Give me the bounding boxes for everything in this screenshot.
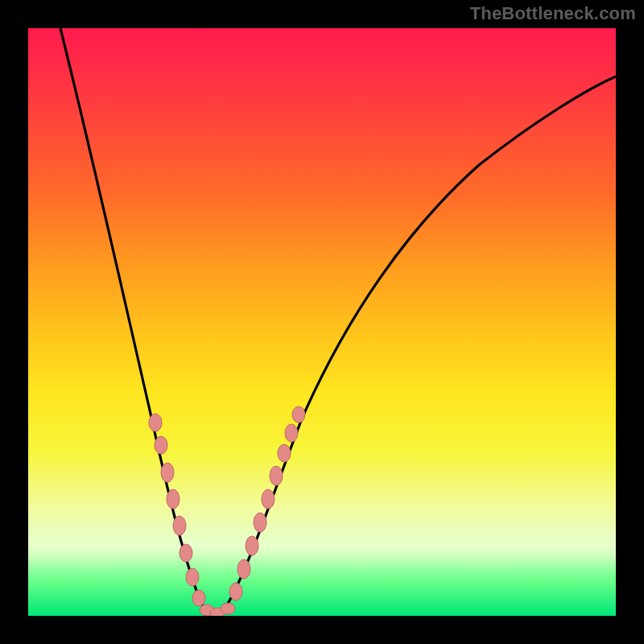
- watermark-text: TheBottleneck.com: [470, 3, 636, 24]
- plot-background: [28, 28, 616, 616]
- chart-frame: TheBottleneck.com: [0, 0, 644, 644]
